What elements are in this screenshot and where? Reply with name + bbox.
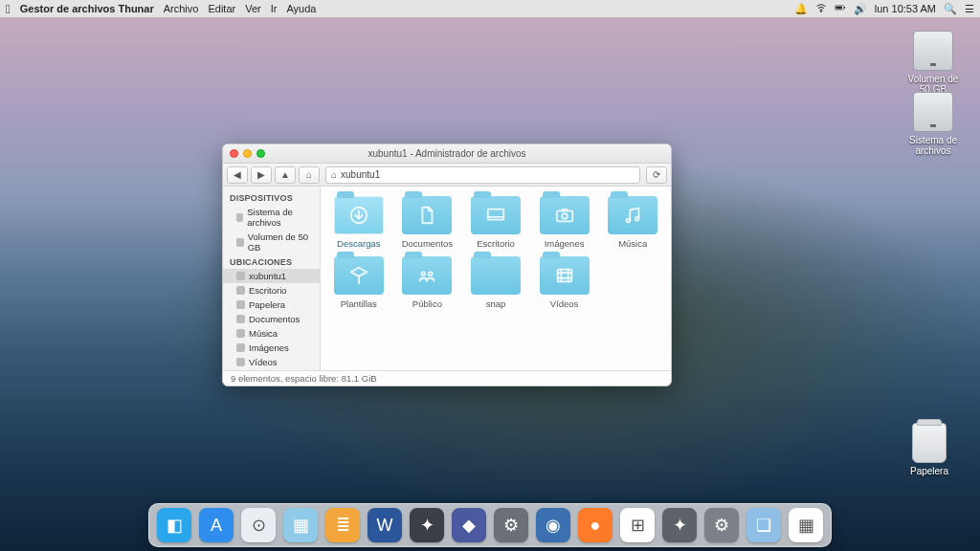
desktop-volume-drive[interactable]: Volumen de 50 GB [900, 31, 967, 95]
maximize-button[interactable] [256, 149, 265, 158]
desktop-filesystem-drive[interactable]: Sistema de archivos [900, 92, 967, 156]
music-glyph-icon [608, 196, 657, 234]
dock-appstore[interactable]: A [199, 508, 234, 542]
video-glyph-icon [540, 256, 590, 295]
template-glyph-icon [334, 256, 384, 295]
sb-trash[interactable]: Papelera [223, 298, 320, 312]
menu-editar[interactable]: Editar [208, 3, 235, 14]
window-titlebar[interactable]: xubuntu1 - Administrador de archivos [223, 144, 671, 164]
folder-label: Plantillas [326, 298, 391, 309]
sidebar-item-icon [236, 238, 244, 247]
dock-software[interactable]: ▦ [789, 508, 823, 542]
drive-icon [913, 31, 953, 71]
dock-windows[interactable]: ❏ [746, 508, 781, 542]
sidebar-item-icon [236, 358, 245, 366]
apple-menu-icon[interactable]:  [6, 3, 11, 15]
svg-rect-5 [488, 209, 504, 220]
minimize-button[interactable] [243, 149, 252, 158]
folder-icon [402, 196, 452, 234]
folder-music[interactable]: Música [600, 196, 665, 249]
sidebar-item-label: Música [249, 328, 278, 339]
sb-volume[interactable]: Volumen de 50 GB [223, 230, 320, 254]
volume-icon[interactable]: 🔊 [854, 3, 867, 15]
reload-button[interactable]: ⟳ [646, 166, 667, 184]
menubar-app-name[interactable]: Gestor de archivos Thunar [20, 3, 154, 14]
folder-public[interactable]: Público [395, 256, 460, 309]
folder-content[interactable]: DescargasDocumentosEscritorioImágenesMús… [321, 187, 671, 370]
menu-archivo[interactable]: Archivo [164, 3, 199, 14]
dock-safari[interactable]: ⊙ [241, 508, 276, 542]
sb-desktop[interactable]: Escritorio [223, 283, 320, 298]
dock-word[interactable]: W [368, 508, 402, 542]
nav-home-button[interactable]: ⌂ [299, 166, 320, 184]
wifi-icon[interactable] [815, 2, 827, 15]
sidebar-item-label: Sistema de archivos [247, 207, 313, 228]
sb-home[interactable]: xubuntu1 [223, 269, 320, 283]
window-toolbar: ◀ ▶ ▲ ⌂ ⌂ xubuntu1 ⟳ [223, 164, 671, 187]
dock-settings[interactable]: ⚙ [494, 508, 528, 542]
dock-finder[interactable]: ◧ [157, 508, 191, 542]
nav-forward-button[interactable]: ▶ [251, 166, 272, 184]
menu-ver[interactable]: Ver [245, 3, 261, 14]
svg-point-7 [562, 213, 568, 219]
folder-icon [471, 256, 521, 295]
home-icon: ⌂ [331, 169, 337, 180]
sb-pictures[interactable]: Imágenes [223, 341, 320, 355]
folder-label: Descargas [326, 238, 391, 249]
sidebar-item-icon [236, 286, 245, 295]
folder-documents[interactable]: Documentos [395, 196, 460, 249]
folder-pictures[interactable]: Imágenes [532, 196, 597, 249]
sidebar-item-label: xubuntu1 [249, 271, 286, 281]
sb-music[interactable]: Música [223, 326, 320, 341]
folder-downloads[interactable]: Descargas [326, 196, 391, 249]
dock-system[interactable]: ⚙ [704, 508, 739, 542]
svg-rect-6 [556, 210, 572, 221]
close-button[interactable] [230, 149, 238, 158]
nav-up-button[interactable]: ▲ [275, 166, 296, 184]
dock-apps[interactable]: ⊞ [620, 508, 655, 542]
clock[interactable]: lun 10:53 AM [875, 3, 936, 14]
battery-icon[interactable] [835, 2, 846, 15]
menu-ir[interactable]: Ir [271, 3, 278, 14]
folder-desktop[interactable]: Escritorio [463, 196, 528, 249]
folder-videos[interactable]: Vídeos [532, 256, 597, 309]
folder-label: Escritorio [463, 238, 528, 249]
dock-inkscape[interactable]: ◆ [452, 508, 486, 542]
sidebar-item-icon [236, 213, 243, 222]
dock-photos[interactable]: ▦ [283, 508, 318, 542]
dock-gear[interactable]: ✦ [662, 508, 697, 542]
sb-documents[interactable]: Documentos [223, 312, 320, 326]
folder-snap[interactable]: snap [463, 256, 528, 309]
folder-icon [540, 196, 590, 234]
folder-icon [471, 196, 521, 234]
menu-ayuda[interactable]: Ayuda [286, 3, 316, 14]
sb-filesystem[interactable]: Sistema de archivos [223, 205, 320, 230]
sb-videos[interactable]: Vídeos [223, 355, 320, 369]
desktop-icon-label: Papelera [896, 466, 963, 476]
folder-label: Música [600, 238, 665, 249]
folder-icon [608, 196, 657, 234]
desktop-trash[interactable]: Papelera [896, 423, 963, 476]
desktop-glyph-icon [471, 196, 521, 234]
dock-firefox[interactable]: ● [578, 508, 612, 542]
public-glyph-icon [402, 256, 452, 295]
location-bar[interactable]: ⌂ xubuntu1 [325, 166, 640, 184]
nav-back-button[interactable]: ◀ [227, 166, 248, 184]
dock-imovie[interactable]: ✦ [410, 508, 444, 542]
menu-icon[interactable]: ☰ [965, 3, 974, 15]
svg-point-10 [422, 272, 426, 276]
dock-notes[interactable]: ≣ [325, 508, 360, 542]
desktop-icon-label: Sistema de archivos [900, 135, 967, 156]
folder-icon [402, 256, 452, 295]
trash-icon [912, 423, 947, 463]
folder-label: Vídeos [532, 298, 597, 309]
drive-icon [913, 92, 953, 132]
folder-label: snap [463, 298, 528, 309]
sidebar-item-icon [236, 300, 245, 309]
notifications-icon[interactable]: 🔔 [794, 3, 808, 15]
dock-epiphany[interactable]: ◉ [536, 508, 570, 542]
window-title: xubuntu1 - Administrador de archivos [223, 148, 671, 159]
folder-templates[interactable]: Plantillas [326, 256, 391, 309]
search-icon[interactable]: 🔍 [944, 3, 957, 15]
status-text: 9 elementos, espacio libre: 81.1 GiB [231, 373, 377, 384]
